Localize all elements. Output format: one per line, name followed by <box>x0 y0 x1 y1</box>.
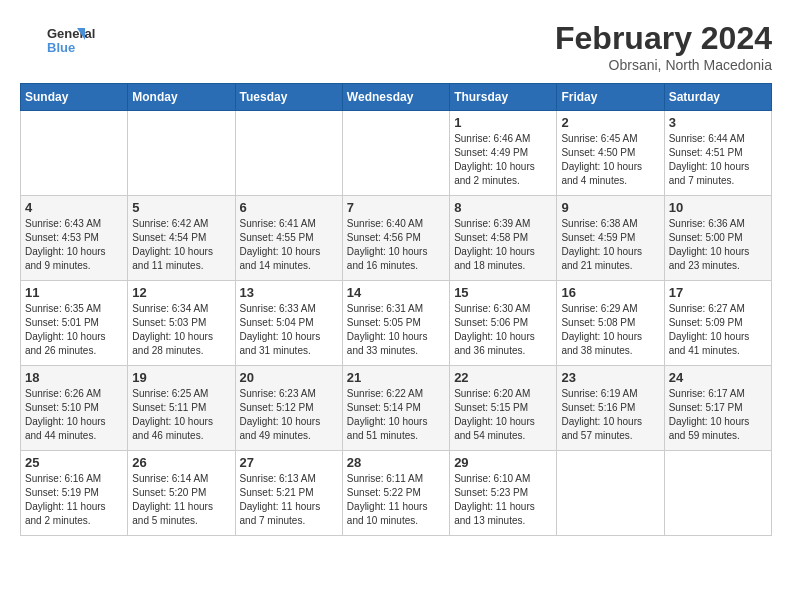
day-number: 9 <box>561 200 659 215</box>
header-cell-friday: Friday <box>557 84 664 111</box>
calendar-cell: 8Sunrise: 6:39 AM Sunset: 4:58 PM Daylig… <box>450 196 557 281</box>
calendar-cell: 17Sunrise: 6:27 AM Sunset: 5:09 PM Dayli… <box>664 281 771 366</box>
day-number: 12 <box>132 285 230 300</box>
day-number: 23 <box>561 370 659 385</box>
calendar-cell: 1Sunrise: 6:46 AM Sunset: 4:49 PM Daylig… <box>450 111 557 196</box>
calendar-cell: 29Sunrise: 6:10 AM Sunset: 5:23 PM Dayli… <box>450 451 557 536</box>
day-number: 18 <box>25 370 123 385</box>
calendar-cell: 14Sunrise: 6:31 AM Sunset: 5:05 PM Dayli… <box>342 281 449 366</box>
day-number: 5 <box>132 200 230 215</box>
day-number: 21 <box>347 370 445 385</box>
calendar-week-4: 25Sunrise: 6:16 AM Sunset: 5:19 PM Dayli… <box>21 451 772 536</box>
day-info: Sunrise: 6:16 AM Sunset: 5:19 PM Dayligh… <box>25 472 123 528</box>
svg-text:Blue: Blue <box>47 40 75 55</box>
calendar-week-0: 1Sunrise: 6:46 AM Sunset: 4:49 PM Daylig… <box>21 111 772 196</box>
header-cell-saturday: Saturday <box>664 84 771 111</box>
day-info: Sunrise: 6:43 AM Sunset: 4:53 PM Dayligh… <box>25 217 123 273</box>
calendar-cell: 4Sunrise: 6:43 AM Sunset: 4:53 PM Daylig… <box>21 196 128 281</box>
day-number: 19 <box>132 370 230 385</box>
calendar-cell: 5Sunrise: 6:42 AM Sunset: 4:54 PM Daylig… <box>128 196 235 281</box>
day-info: Sunrise: 6:17 AM Sunset: 5:17 PM Dayligh… <box>669 387 767 443</box>
day-info: Sunrise: 6:35 AM Sunset: 5:01 PM Dayligh… <box>25 302 123 358</box>
day-number: 4 <box>25 200 123 215</box>
calendar-cell: 25Sunrise: 6:16 AM Sunset: 5:19 PM Dayli… <box>21 451 128 536</box>
header-row: SundayMondayTuesdayWednesdayThursdayFrid… <box>21 84 772 111</box>
page-header: General Blue General Blue February 2024 … <box>20 20 772 73</box>
calendar-subtitle: Obrsani, North Macedonia <box>555 57 772 73</box>
header-cell-tuesday: Tuesday <box>235 84 342 111</box>
day-number: 6 <box>240 200 338 215</box>
calendar-week-3: 18Sunrise: 6:26 AM Sunset: 5:10 PM Dayli… <box>21 366 772 451</box>
day-info: Sunrise: 6:11 AM Sunset: 5:22 PM Dayligh… <box>347 472 445 528</box>
calendar-cell: 13Sunrise: 6:33 AM Sunset: 5:04 PM Dayli… <box>235 281 342 366</box>
day-info: Sunrise: 6:31 AM Sunset: 5:05 PM Dayligh… <box>347 302 445 358</box>
day-info: Sunrise: 6:42 AM Sunset: 4:54 PM Dayligh… <box>132 217 230 273</box>
day-info: Sunrise: 6:10 AM Sunset: 5:23 PM Dayligh… <box>454 472 552 528</box>
calendar-cell <box>557 451 664 536</box>
day-number: 26 <box>132 455 230 470</box>
calendar-cell: 27Sunrise: 6:13 AM Sunset: 5:21 PM Dayli… <box>235 451 342 536</box>
day-info: Sunrise: 6:13 AM Sunset: 5:21 PM Dayligh… <box>240 472 338 528</box>
day-info: Sunrise: 6:40 AM Sunset: 4:56 PM Dayligh… <box>347 217 445 273</box>
calendar-cell: 23Sunrise: 6:19 AM Sunset: 5:16 PM Dayli… <box>557 366 664 451</box>
day-number: 17 <box>669 285 767 300</box>
day-info: Sunrise: 6:27 AM Sunset: 5:09 PM Dayligh… <box>669 302 767 358</box>
logo-icon: General Blue <box>20 20 110 60</box>
calendar-table: SundayMondayTuesdayWednesdayThursdayFrid… <box>20 83 772 536</box>
calendar-cell: 12Sunrise: 6:34 AM Sunset: 5:03 PM Dayli… <box>128 281 235 366</box>
day-info: Sunrise: 6:26 AM Sunset: 5:10 PM Dayligh… <box>25 387 123 443</box>
calendar-cell: 2Sunrise: 6:45 AM Sunset: 4:50 PM Daylig… <box>557 111 664 196</box>
header-cell-sunday: Sunday <box>21 84 128 111</box>
calendar-cell <box>235 111 342 196</box>
day-number: 3 <box>669 115 767 130</box>
day-number: 25 <box>25 455 123 470</box>
logo: General Blue General Blue <box>20 20 110 60</box>
day-info: Sunrise: 6:46 AM Sunset: 4:49 PM Dayligh… <box>454 132 552 188</box>
calendar-cell: 18Sunrise: 6:26 AM Sunset: 5:10 PM Dayli… <box>21 366 128 451</box>
day-info: Sunrise: 6:33 AM Sunset: 5:04 PM Dayligh… <box>240 302 338 358</box>
day-number: 24 <box>669 370 767 385</box>
day-info: Sunrise: 6:36 AM Sunset: 5:00 PM Dayligh… <box>669 217 767 273</box>
day-info: Sunrise: 6:41 AM Sunset: 4:55 PM Dayligh… <box>240 217 338 273</box>
calendar-cell: 20Sunrise: 6:23 AM Sunset: 5:12 PM Dayli… <box>235 366 342 451</box>
calendar-cell: 22Sunrise: 6:20 AM Sunset: 5:15 PM Dayli… <box>450 366 557 451</box>
calendar-cell: 16Sunrise: 6:29 AM Sunset: 5:08 PM Dayli… <box>557 281 664 366</box>
calendar-header: SundayMondayTuesdayWednesdayThursdayFrid… <box>21 84 772 111</box>
day-info: Sunrise: 6:29 AM Sunset: 5:08 PM Dayligh… <box>561 302 659 358</box>
day-info: Sunrise: 6:39 AM Sunset: 4:58 PM Dayligh… <box>454 217 552 273</box>
day-info: Sunrise: 6:34 AM Sunset: 5:03 PM Dayligh… <box>132 302 230 358</box>
day-number: 13 <box>240 285 338 300</box>
day-info: Sunrise: 6:20 AM Sunset: 5:15 PM Dayligh… <box>454 387 552 443</box>
calendar-cell <box>21 111 128 196</box>
day-number: 20 <box>240 370 338 385</box>
day-number: 11 <box>25 285 123 300</box>
day-number: 8 <box>454 200 552 215</box>
day-number: 28 <box>347 455 445 470</box>
calendar-cell: 24Sunrise: 6:17 AM Sunset: 5:17 PM Dayli… <box>664 366 771 451</box>
day-number: 15 <box>454 285 552 300</box>
calendar-cell: 21Sunrise: 6:22 AM Sunset: 5:14 PM Dayli… <box>342 366 449 451</box>
calendar-cell <box>128 111 235 196</box>
day-number: 10 <box>669 200 767 215</box>
calendar-cell: 10Sunrise: 6:36 AM Sunset: 5:00 PM Dayli… <box>664 196 771 281</box>
day-number: 2 <box>561 115 659 130</box>
day-info: Sunrise: 6:25 AM Sunset: 5:11 PM Dayligh… <box>132 387 230 443</box>
header-cell-thursday: Thursday <box>450 84 557 111</box>
day-info: Sunrise: 6:38 AM Sunset: 4:59 PM Dayligh… <box>561 217 659 273</box>
day-number: 16 <box>561 285 659 300</box>
header-cell-monday: Monday <box>128 84 235 111</box>
calendar-cell: 26Sunrise: 6:14 AM Sunset: 5:20 PM Dayli… <box>128 451 235 536</box>
calendar-cell <box>342 111 449 196</box>
day-number: 27 <box>240 455 338 470</box>
day-info: Sunrise: 6:14 AM Sunset: 5:20 PM Dayligh… <box>132 472 230 528</box>
svg-text:General: General <box>47 26 95 41</box>
calendar-cell: 6Sunrise: 6:41 AM Sunset: 4:55 PM Daylig… <box>235 196 342 281</box>
calendar-cell: 28Sunrise: 6:11 AM Sunset: 5:22 PM Dayli… <box>342 451 449 536</box>
day-number: 7 <box>347 200 445 215</box>
day-info: Sunrise: 6:19 AM Sunset: 5:16 PM Dayligh… <box>561 387 659 443</box>
calendar-cell: 9Sunrise: 6:38 AM Sunset: 4:59 PM Daylig… <box>557 196 664 281</box>
header-cell-wednesday: Wednesday <box>342 84 449 111</box>
day-info: Sunrise: 6:44 AM Sunset: 4:51 PM Dayligh… <box>669 132 767 188</box>
calendar-cell: 11Sunrise: 6:35 AM Sunset: 5:01 PM Dayli… <box>21 281 128 366</box>
day-info: Sunrise: 6:30 AM Sunset: 5:06 PM Dayligh… <box>454 302 552 358</box>
